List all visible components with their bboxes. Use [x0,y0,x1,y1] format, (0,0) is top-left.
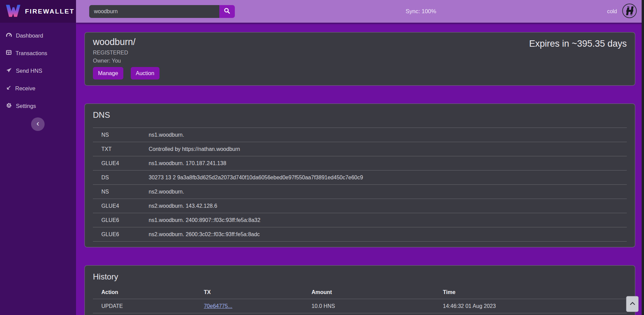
history-row: UPDATE 70e64775... 10.0 HNS 14:46:32 01 … [93,299,627,313]
history-col-amount: Amount [312,289,443,295]
dns-record-type: GLUE6 [101,217,149,223]
handshake-logo-icon [622,3,637,20]
search-button[interactable] [219,5,235,18]
history-table-header: Action TX Amount Time [93,286,627,299]
sidebar-item-dashboard[interactable]: Dashboard [0,27,76,44]
dns-record-row: GLUE6 ns1.woodburn. 2400:8907::f03c:93ff… [93,213,627,227]
main-area: Sync: 100% cold [76,0,644,315]
dns-record-row: GLUE4 ns2.woodburn. 143.42.128.6 [93,199,627,213]
manage-button[interactable]: Manage [93,67,123,80]
dns-record-row: TXT Controlled by https://nathan.woodbur… [93,142,627,156]
sidebar-header: FIREWALLET [0,0,76,23]
scroll-to-top-button[interactable] [626,296,639,312]
sidebar-item-transactions[interactable]: Transactions [0,44,76,62]
dns-record-type: NS [101,132,149,138]
dns-section-title: DNS [93,110,627,120]
sidebar-item-label: Settings [16,103,36,109]
dns-record-type: NS [101,189,149,195]
dns-record-row: NS ns2.woodburn. [93,185,627,199]
sidebar-item-send-hns[interactable]: Send HNS [0,62,76,80]
dns-card: DNS NS ns1.woodburn. TXT Controlled by h… [84,104,635,247]
history-time: 14:46:32 01 Aug 2023 [443,303,627,309]
dns-record-value: ns2.woodburn. 2600:3c02::f03c:93ff:fe5a:… [149,231,627,238]
sidebar-collapse-button[interactable]: ‹ [31,117,45,131]
scrollbar-track[interactable] [642,0,644,315]
dns-record-row: GLUE4 ns1.woodburn. 170.187.241.138 [93,156,627,171]
domain-expires-label: Expires in ~395.35 days [529,39,627,49]
gauge-icon [6,32,12,39]
search-input[interactable] [89,5,219,18]
dns-record-row: GLUE6 ns2.woodburn. 2600:3c02::f03c:93ff… [93,227,627,242]
firewallet-w-logo-icon [5,4,21,19]
dns-record-type: GLUE4 [101,160,149,166]
sidebar-item-label: Dashboard [16,32,43,39]
sidebar: FIREWALLET Dashboard [0,0,76,315]
paper-plane-icon [6,68,12,74]
search-group [89,5,235,18]
sidebar-item-settings[interactable]: Settings [0,97,76,115]
history-col-tx: TX [204,289,312,295]
history-col-time: Time [443,289,627,295]
sidebar-item-label: Receive [15,85,35,92]
domain-status-label: REGISTERED [93,50,159,56]
domain-name-title: woodburn/ [93,37,159,47]
topbar-right: cold [607,3,637,20]
history-section-title: History [93,272,627,282]
history-amount: 10.0 HNS [312,303,443,309]
app-window: FIREWALLET Dashboard [0,0,644,315]
table-icon [6,50,11,57]
auction-button[interactable]: Auction [131,67,159,80]
dns-record-value: ns2.woodburn. [149,189,627,195]
page-content: woodburn/ REGISTERED Owner: You Manage A… [76,23,644,315]
dns-record-value: 30273 13 2 9a3a8fb3d625d2a2073d740f10da6… [149,175,627,181]
dns-record-type: TXT [101,146,149,152]
sidebar-nav: Dashboard Transactions S [0,23,76,115]
history-row: RENEW d7b2e9... 10.0 HNS 15:45:36 07 Jul… [93,313,627,315]
dns-record-type: GLUE6 [101,231,149,238]
chevron-up-icon [629,301,636,308]
arrow-down-left-icon [6,85,11,92]
dns-record-value: Controlled by https://nathan.woodburn [149,146,627,152]
history-col-action: Action [101,289,204,295]
gear-icon [6,103,12,110]
wallet-name-label: cold [607,8,617,15]
history-table: Action TX Amount Time UPDATE 70e64775...… [93,286,627,315]
dns-record-type: GLUE4 [101,203,149,209]
chevron-left-icon: ‹ [36,119,39,128]
dns-records-table: NS ns1.woodburn. TXT Controlled by https… [93,128,627,242]
domain-buttons: Manage Auction [93,67,159,80]
tx-link[interactable]: 70e64775... [204,303,232,309]
dns-record-type: DS [101,175,149,181]
dns-record-value: ns1.woodburn. 170.187.241.138 [149,160,627,166]
sync-status: Sync: 100% [235,8,607,15]
brand-title: FIREWALLET [25,8,74,15]
dns-record-row: NS ns1.woodburn. [93,128,627,142]
history-action: UPDATE [101,303,204,309]
sidebar-item-label: Send HNS [16,68,42,74]
dns-record-value: ns2.woodburn. 143.42.128.6 [149,203,627,209]
dns-record-value: ns1.woodburn. 2400:8907::f03c:93ff:fe5a:… [149,217,627,223]
search-icon [224,7,230,15]
sidebar-item-label: Transactions [16,50,47,57]
history-card: History Action TX Amount Time UPDATE 70e… [84,265,635,315]
domain-card-left: woodburn/ REGISTERED Owner: You Manage A… [93,37,159,80]
dns-record-value: ns1.woodburn. [149,132,627,138]
sidebar-item-receive[interactable]: Receive [0,80,76,97]
domain-card: woodburn/ REGISTERED Owner: You Manage A… [84,32,635,86]
domain-owner-label: Owner: You [93,58,159,64]
topbar: Sync: 100% cold [76,0,644,23]
dns-record-row: DS 30273 13 2 9a3a8fb3d625d2a2073d740f10… [93,171,627,185]
